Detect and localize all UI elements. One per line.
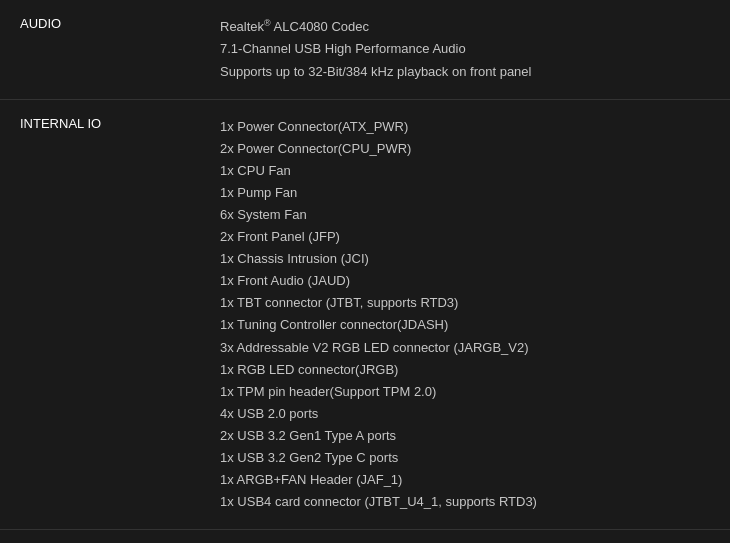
spec-item: 1x Power Connector(ATX_PWR) — [220, 116, 710, 138]
spec-item: 1x TPM pin header(Support TPM 2.0) — [220, 381, 710, 403]
spec-label: INTERNAL IO — [0, 99, 200, 530]
spec-item: 1x Front Audio (JAUD) — [220, 270, 710, 292]
spec-item: 1x RGB LED connector(JRGB) — [220, 359, 710, 381]
spec-item: 2x Front Panel (JFP) — [220, 226, 710, 248]
spec-label: AUDIO — [0, 0, 200, 99]
spec-item: 1x USB4 card connector (JTBT_U4_1, suppo… — [220, 491, 710, 513]
spec-label: LED FEATURE — [0, 530, 200, 543]
spec-item: 7.1-Channel USB High Performance Audio — [220, 38, 710, 60]
spec-item: 1x Pump Fan — [220, 182, 710, 204]
spec-item: Supports up to 32-Bit/384 kHz playback o… — [220, 61, 710, 83]
spec-item: 1x CPU Fan — [220, 160, 710, 182]
spec-item: 1x TBT connector (JTBT, supports RTD3) — [220, 292, 710, 314]
spec-item: 2x Power Connector(CPU_PWR) — [220, 138, 710, 160]
spec-content: 1x Power Connector(ATX_PWR)2x Power Conn… — [200, 99, 730, 530]
spec-content: 4x EZ Debug LED1x EZ LED Control switch — [200, 530, 730, 543]
spec-table: AUDIORealtek® ALC4080 Codec7.1-Channel U… — [0, 0, 730, 543]
spec-row: AUDIORealtek® ALC4080 Codec7.1-Channel U… — [0, 0, 730, 99]
spec-item: 1x Chassis Intrusion (JCI) — [220, 248, 710, 270]
spec-item: 2x USB 3.2 Gen1 Type A ports — [220, 425, 710, 447]
spec-item: 1x ARGB+FAN Header (JAF_1) — [220, 469, 710, 491]
spec-item: Realtek® ALC4080 Codec — [220, 16, 710, 38]
spec-item: 4x USB 2.0 ports — [220, 403, 710, 425]
spec-item: 1x Tuning Controller connector(JDASH) — [220, 314, 710, 336]
spec-item: 6x System Fan — [220, 204, 710, 226]
spec-content: Realtek® ALC4080 Codec7.1-Channel USB Hi… — [200, 0, 730, 99]
spec-row: INTERNAL IO1x Power Connector(ATX_PWR)2x… — [0, 99, 730, 530]
spec-row: LED FEATURE4x EZ Debug LED1x EZ LED Cont… — [0, 530, 730, 543]
spec-item: 3x Addressable V2 RGB LED connector (JAR… — [220, 337, 710, 359]
spec-item: 1x USB 3.2 Gen2 Type C ports — [220, 447, 710, 469]
